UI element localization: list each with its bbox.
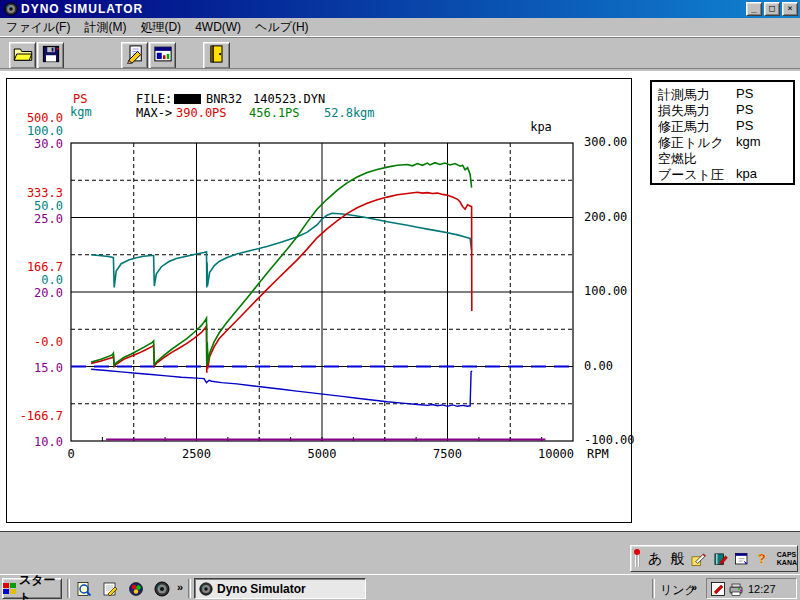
legend-row: 空燃比 — [658, 150, 793, 166]
menu-4wd[interactable]: 4WD(W) — [195, 20, 241, 34]
exit-icon — [207, 44, 227, 68]
title-bar: DYNO SIMULATOR _ □ × — [0, 0, 800, 18]
links-overflow-chevron[interactable]: » — [691, 581, 697, 593]
taskbar-clock[interactable]: 12:27 — [748, 583, 776, 595]
tray-ime-icon[interactable] — [710, 581, 726, 597]
ime-caps-kana[interactable]: CAPSKANA — [777, 551, 797, 567]
report-button[interactable] — [149, 42, 176, 69]
start-label: スタート — [19, 572, 61, 600]
menu-bar: ファイル(F) 計測(M) 処理(D) 4WD(W) ヘルプ(H) — [0, 18, 800, 36]
taskbar-separator — [67, 579, 70, 598]
taskbar: スタート » Dyno Simulator リンク » 12:27 — [0, 574, 800, 600]
client-area: PS kgm FILE: ████ BNR32 140523.DYN MAX->… — [0, 72, 800, 532]
quicklaunch-media-button[interactable] — [126, 579, 146, 598]
quicklaunch-overflow-chevron[interactable]: » — [177, 581, 183, 593]
window-title: DYNO SIMULATOR — [21, 2, 746, 16]
quicklaunch-search-button[interactable] — [74, 579, 94, 598]
system-tray: 12:27 — [706, 578, 797, 599]
measure-button[interactable] — [121, 42, 148, 69]
maximize-button[interactable]: □ — [764, 2, 780, 16]
start-button[interactable]: スタート — [2, 578, 62, 599]
desktop: DYNO SIMULATOR _ □ × ファイル(F) 計測(M) 処理(D)… — [0, 0, 800, 600]
menu-file[interactable]: ファイル(F) — [6, 19, 70, 36]
dyno-chart — [7, 79, 633, 524]
exit-button[interactable] — [203, 42, 230, 69]
app-icon — [4, 2, 18, 16]
open-icon — [13, 44, 33, 68]
svg-text:?: ? — [758, 552, 766, 566]
task-button-label: Dyno Simulator — [217, 582, 306, 596]
desktop-strip: あ 般 ? CAPSKANA — [0, 533, 800, 574]
legend-unit: PS — [736, 102, 753, 117]
series-loss-power-ps — [91, 369, 472, 406]
legend-label: 修正トルク — [658, 135, 724, 150]
report-icon — [153, 44, 173, 68]
ime-status-dot — [634, 549, 640, 555]
legend-box: 計測馬力PS 損失馬力PS 修正馬力PS 修正トルクkgm 空燃比 ブースト圧k… — [650, 80, 795, 185]
open-button[interactable] — [9, 42, 36, 69]
ime-help-icon[interactable]: ? — [755, 551, 770, 567]
measure-icon — [125, 44, 145, 68]
ime-input-mode[interactable]: あ — [648, 550, 662, 568]
quicklaunch-dyno-button[interactable] — [152, 579, 172, 598]
legend-unit: PS — [736, 118, 753, 133]
legend-unit: kpa — [736, 166, 757, 181]
taskbar-separator — [188, 579, 191, 598]
legend-unit: kgm — [736, 134, 761, 149]
taskbar-separator — [652, 579, 655, 598]
menu-help[interactable]: ヘルプ(H) — [255, 19, 309, 36]
ime-conversion-mode[interactable]: 般 — [670, 550, 684, 568]
legend-row: 損失馬力PS — [658, 102, 793, 118]
ime-toolbar: あ 般 ? CAPSKANA — [630, 545, 798, 572]
save-button[interactable] — [37, 42, 64, 69]
menu-process[interactable]: 処理(D) — [140, 19, 181, 36]
ime-pen-icon[interactable] — [691, 551, 706, 567]
legend-row: 修正トルクkgm — [658, 134, 793, 150]
menu-measure[interactable]: 計測(M) — [84, 19, 126, 36]
task-button-dyno-simulator[interactable]: Dyno Simulator — [194, 578, 366, 599]
legend-label: 修正馬力 — [658, 119, 710, 134]
windows-logo-icon — [3, 583, 16, 594]
ime-pad-icon[interactable] — [734, 551, 749, 567]
save-icon — [41, 44, 61, 68]
close-button[interactable]: × — [782, 2, 798, 16]
legend-label: 損失馬力 — [658, 103, 710, 118]
minimize-button[interactable]: _ — [746, 2, 762, 16]
legend-label: ブースト圧 — [658, 167, 724, 182]
dyno-app-icon — [199, 582, 213, 596]
legend-row: ブースト圧kpa — [658, 166, 793, 182]
ime-dictionary-icon[interactable] — [713, 551, 728, 567]
legend-row: 修正馬力PS — [658, 118, 793, 134]
legend-label: 計測馬力 — [658, 87, 710, 102]
quicklaunch-notepad-button[interactable] — [100, 579, 120, 598]
chart-panel: PS kgm FILE: ████ BNR32 140523.DYN MAX->… — [6, 78, 632, 523]
legend-row: 計測馬力PS — [658, 86, 793, 102]
tray-printer-icon[interactable] — [728, 581, 744, 597]
legend-label: 空燃比 — [658, 151, 697, 166]
toolbar — [0, 36, 800, 72]
legend-unit: PS — [736, 86, 753, 101]
